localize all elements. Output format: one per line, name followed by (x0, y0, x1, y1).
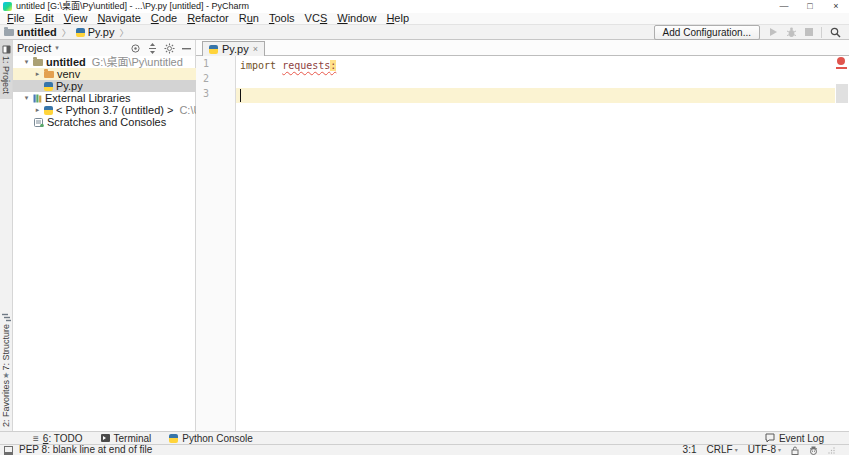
left-toolwindow-stripe: 1: Project 7: Structure ★ 2: Favorites (0, 40, 13, 431)
breadcrumb-file[interactable]: Py.py (88, 26, 115, 38)
syntax-error-colon: : (330, 60, 336, 71)
python-file-icon (209, 45, 218, 54)
status-message[interactable]: PEP 8: blank line at end of file (19, 445, 152, 455)
toolwindow-button-python-console[interactable]: Python Console (169, 433, 253, 444)
code-line-1: import requests: (240, 58, 336, 73)
tree-row-scratches[interactable]: Scratches and Consoles (13, 116, 196, 128)
project-panel-header: Project ▾ (13, 40, 195, 56)
toolbar-divider (821, 27, 822, 38)
collapse-arrow-icon[interactable]: ▸ (34, 104, 41, 116)
tree-row-external-libraries[interactable]: ▾ External Libraries (13, 92, 196, 104)
toggle-toolwindows-icon[interactable] (4, 446, 13, 455)
collapse-all-icon[interactable] (148, 43, 157, 54)
menu-window[interactable]: Window (332, 13, 381, 24)
folder-icon (4, 29, 14, 36)
menu-run[interactable]: Run (234, 13, 264, 24)
window-controls: — □ × (771, 0, 849, 13)
run-toolbar: Add Configuration... (654, 25, 845, 40)
editor-tabbar: Py.py × (196, 40, 849, 56)
event-log-button[interactable]: Event Log (765, 433, 824, 444)
scratches-icon (34, 118, 44, 127)
breadcrumb-separator-icon: 〉 (62, 26, 71, 39)
folder-icon (33, 59, 43, 66)
menu-view[interactable]: View (59, 13, 93, 24)
toolwindow-button-terminal[interactable]: Terminal (101, 433, 152, 444)
chevron-down-icon: ▾ (778, 445, 781, 455)
editor-scrollbar[interactable] (835, 56, 849, 431)
folder-icon (44, 71, 54, 78)
favorites-star-icon: ★ (2, 371, 9, 380)
encoding-selector[interactable]: UTF-8▾ (748, 445, 781, 455)
breadcrumb-project[interactable]: untitled (17, 26, 57, 38)
hector-inspector-icon[interactable] (809, 446, 818, 455)
toolwindow-button-project[interactable]: 1: Project (0, 40, 12, 99)
add-configuration-button[interactable]: Add Configuration... (654, 25, 760, 40)
line-number: 3 (203, 88, 223, 99)
python-file-icon (44, 82, 53, 91)
interpreter-path: C:\Users\衣冠禽兽? \Py (179, 104, 196, 116)
error-stripe-mark[interactable] (836, 67, 847, 69)
python-icon (44, 106, 53, 115)
menu-refactor[interactable]: Refactor (182, 13, 234, 24)
project-tree: ▾ untitled G:\桌面\Py\untitled ▸ venv Py.p… (13, 56, 196, 128)
terminal-icon (101, 434, 110, 442)
stripe-label-structure: 7: Structure (1, 324, 11, 371)
menu-file[interactable]: File (2, 13, 30, 24)
project-path: G:\桌面\Py\untitled (92, 56, 183, 68)
stop-icon[interactable] (805, 28, 813, 36)
expand-arrow-icon[interactable]: ▾ (23, 92, 30, 104)
stripe-label-project: 1: Project (1, 56, 11, 94)
inspection-error-indicator-icon[interactable] (837, 57, 845, 65)
current-line-highlight (196, 88, 835, 103)
toolwindow-button-todo[interactable]: ≡ 6: TODO (33, 433, 83, 444)
menu-edit[interactable]: Edit (30, 13, 59, 24)
keyword-import: import (240, 60, 276, 71)
editor-gutter: 1 2 3 (196, 56, 236, 431)
tab-label: Py.py (222, 43, 249, 55)
unresolved-reference: requests (282, 60, 330, 71)
collapse-arrow-icon[interactable]: ▸ (34, 68, 41, 80)
line-separator-selector[interactable]: CRLF▾ (707, 445, 738, 455)
expand-arrow-icon[interactable]: ▾ (23, 56, 30, 68)
debug-icon[interactable] (786, 27, 797, 38)
menubar: File Edit View Navigate Code Refactor Ru… (0, 13, 849, 25)
breadcrumb: untitled 〉 Py.py 〉 (4, 26, 130, 39)
toolwindow-button-favorites[interactable]: ★ 2: Favorites (0, 371, 12, 427)
tree-row-pypy[interactable]: Py.py (13, 80, 196, 92)
menu-navigate[interactable]: Navigate (92, 13, 145, 24)
editor-tab-pypy[interactable]: Py.py × (202, 41, 265, 56)
minimize-button[interactable]: — (771, 0, 797, 13)
event-log-bubble-icon (765, 433, 775, 443)
project-toolwindow-icon (2, 45, 11, 54)
python-console-icon (169, 434, 178, 443)
line-number: 2 (203, 73, 223, 84)
navigation-bar: untitled 〉 Py.py 〉 Add Configuration... (0, 25, 849, 40)
gear-icon[interactable] (164, 43, 175, 54)
caret-position[interactable]: 3:1 (683, 445, 697, 455)
run-icon[interactable] (768, 27, 778, 37)
menu-tools[interactable]: Tools (264, 13, 300, 24)
menu-vcs[interactable]: VCS (300, 13, 333, 24)
maximize-button[interactable]: □ (797, 0, 823, 13)
bottom-toolwindow-bar: ≡ 6: TODO Terminal Python Console Event … (0, 431, 849, 444)
tree-row-untitled[interactable]: ▾ untitled G:\桌面\Py\untitled (13, 56, 196, 68)
toolwindow-button-structure[interactable]: 7: Structure (0, 311, 12, 371)
editor-body[interactable]: 1 2 3 import requests: (196, 56, 849, 431)
scrollbar-thumb[interactable] (836, 84, 848, 103)
tree-row-venv[interactable]: ▸ venv (13, 68, 196, 80)
project-panel-title[interactable]: Project (17, 42, 51, 54)
main-area: 1: Project 7: Structure ★ 2: Favorites P… (0, 40, 849, 431)
chevron-down-icon: ▾ (55, 44, 59, 52)
tab-close-icon[interactable]: × (253, 44, 258, 54)
project-panel: Project ▾ ▾ untitled G:\桌面\Py\untitled (13, 40, 196, 431)
menu-code[interactable]: Code (146, 13, 182, 24)
close-button[interactable]: × (823, 0, 849, 13)
lock-icon[interactable] (791, 446, 799, 455)
locate-file-icon[interactable] (130, 43, 141, 54)
tree-row-python-interpreter[interactable]: ▸ < Python 3.7 (untitled) > C:\Users\衣冠禽… (13, 104, 196, 116)
resize-grip-icon[interactable] (828, 447, 835, 454)
hide-panel-icon[interactable] (182, 44, 191, 53)
status-bar: PEP 8: blank line at end of file 3:1 CRL… (0, 444, 849, 455)
search-icon[interactable] (830, 27, 841, 38)
menu-help[interactable]: Help (381, 13, 414, 24)
